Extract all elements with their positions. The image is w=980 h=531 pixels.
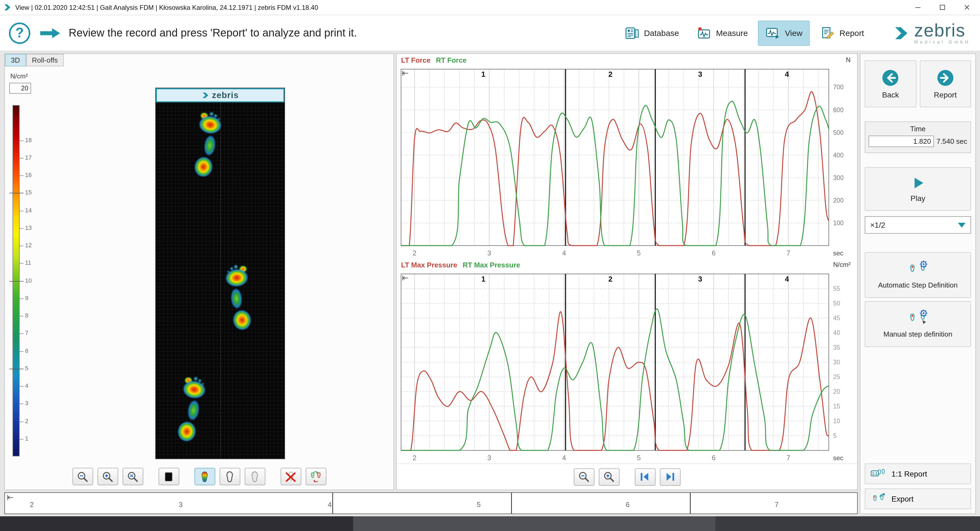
scale-max-field[interactable]: 20 (9, 83, 31, 94)
nav-report-button[interactable]: Report (813, 21, 871, 46)
swap-feet-icon (309, 470, 323, 483)
maximize-button[interactable] (932, 2, 953, 13)
svg-text:100: 100 (833, 219, 843, 227)
tab-roll-offs[interactable]: Roll-offs (26, 54, 64, 67)
zoom-in-button[interactable] (97, 468, 118, 485)
report-label: Report (934, 91, 956, 99)
minimize-button[interactable] (907, 2, 928, 13)
zoom-out-button[interactable] (72, 468, 93, 485)
scale-tick-label: 16 (25, 172, 32, 178)
measure-icon (696, 26, 712, 40)
display-black-icon (162, 470, 175, 483)
timeline-strip[interactable]: 234567 (4, 492, 858, 514)
scale-tick-label: 17 (25, 154, 32, 161)
back-button[interactable]: Back (865, 60, 916, 107)
footprint-1 (188, 110, 227, 182)
footprint-3 (171, 374, 211, 447)
scale-tick-label: 10 (25, 277, 32, 284)
delete-steps-button[interactable] (280, 468, 301, 485)
footprint-2 (220, 264, 257, 335)
scale-tick-line (20, 386, 24, 387)
close-button[interactable] (956, 2, 977, 13)
nav-database-button[interactable]: Database (617, 21, 686, 46)
svg-text:3: 3 (698, 275, 702, 283)
svg-text:2: 2 (608, 275, 612, 283)
svg-text:4: 4 (562, 249, 566, 257)
foot-pressure-button[interactable] (194, 468, 215, 485)
playback-speed-select[interactable]: ×1/2 (865, 216, 971, 234)
y-axis-unit-label: N/cm² (833, 261, 851, 269)
svg-text:4: 4 (562, 454, 566, 461)
charts-panel: LT ForceRT ForceN 1234100200300400500600… (396, 53, 858, 490)
scale-tick-line (20, 211, 24, 211)
svg-text:3: 3 (487, 249, 491, 257)
play-button[interactable]: Play (865, 167, 971, 211)
scale-tick-line (20, 421, 24, 422)
manual-step-definition-button[interactable]: Manual step definition (865, 301, 971, 347)
svg-text:6: 6 (712, 249, 716, 257)
report-1to1-button[interactable]: 1:1 1:1 Report (865, 463, 971, 484)
display-black-button[interactable] (158, 468, 179, 485)
nav-view-button[interactable]: View (758, 21, 810, 46)
automatic-step-definition-button[interactable]: Automatic Step Definition (865, 252, 971, 298)
svg-text:40: 40 (833, 329, 840, 336)
report-1to1-label: 1:1 Report (891, 469, 927, 478)
svg-text:7: 7 (787, 454, 791, 461)
zoom-reset-button[interactable] (123, 468, 143, 485)
pressure-chart[interactable]: 1234510152025303540455055234567sec (397, 271, 857, 463)
svg-text:600: 600 (833, 107, 843, 114)
svg-text:sec: sec (833, 250, 843, 257)
svg-text:3: 3 (179, 501, 183, 509)
scale-tick-line (20, 263, 24, 264)
nav-label: Report (839, 28, 864, 38)
export-button[interactable]: Export (865, 488, 971, 509)
scale-tick-line (20, 228, 24, 229)
svg-text:20: 20 (833, 388, 840, 395)
zoom-in-button[interactable] (598, 468, 619, 485)
chart-toolbar (397, 463, 857, 490)
window-titlebar: View | 02.01.2020 12:42:51 | Gait Analys… (0, 0, 980, 15)
map-toolbar (5, 468, 393, 485)
taskbar-segment (353, 516, 716, 531)
force-chart[interactable]: 1234100200300400500600700234567sec (397, 66, 857, 259)
view-icon (765, 26, 781, 40)
zoom-out-icon (577, 471, 591, 483)
timeline-graphic[interactable]: 234567 (5, 493, 857, 514)
zoom-out-button[interactable] (574, 468, 594, 485)
time-group: Time 1.820 7.540 sec (865, 121, 971, 153)
report-button[interactable]: Report (920, 60, 971, 107)
zebris-logo: zebris Medical GmbH (893, 21, 970, 45)
scale-unit-label: N/cm² (10, 72, 28, 80)
prev-step-button[interactable] (635, 468, 655, 485)
svg-text:6: 6 (712, 454, 716, 461)
mat-zebris-banner: zebris (156, 88, 285, 102)
svg-text:2: 2 (608, 70, 612, 78)
next-step-button[interactable] (660, 468, 680, 485)
svg-text:5: 5 (833, 432, 837, 439)
scale-tick-label: 6 (25, 347, 28, 354)
svg-text:45: 45 (833, 315, 840, 321)
report-arrow-icon (936, 68, 955, 87)
legend-lt-max-pressure: LT Max Pressure (401, 261, 457, 269)
foot-outline-button[interactable] (220, 468, 240, 485)
zoom-in-icon (602, 471, 616, 483)
foot-ghost-button[interactable] (244, 468, 265, 485)
pressure-chart-legend: LT Max PressureRT Max PressureN/cm² (397, 259, 857, 271)
help-button[interactable]: ? (8, 21, 32, 45)
tab-3d[interactable]: 3D (5, 54, 26, 67)
swap-feet-button[interactable] (305, 468, 326, 485)
nav-label: View (785, 28, 803, 38)
nav-label: Measure (716, 28, 748, 38)
pressure-mat[interactable]: zebris (155, 88, 285, 459)
zoom-out-icon (76, 470, 89, 483)
svg-text:3: 3 (487, 454, 491, 461)
svg-text:4: 4 (785, 70, 789, 78)
instruction-text: Review the record and press 'Report' to … (68, 27, 357, 39)
svg-text:500: 500 (833, 129, 843, 136)
manual-step-icon (906, 309, 930, 328)
play-icon (910, 175, 926, 191)
nav-measure-button[interactable]: Measure (689, 21, 755, 46)
time-current-field[interactable]: 1.820 (869, 136, 934, 147)
svg-text:6: 6 (626, 501, 630, 509)
scale-tick-label: 5 (25, 365, 28, 371)
